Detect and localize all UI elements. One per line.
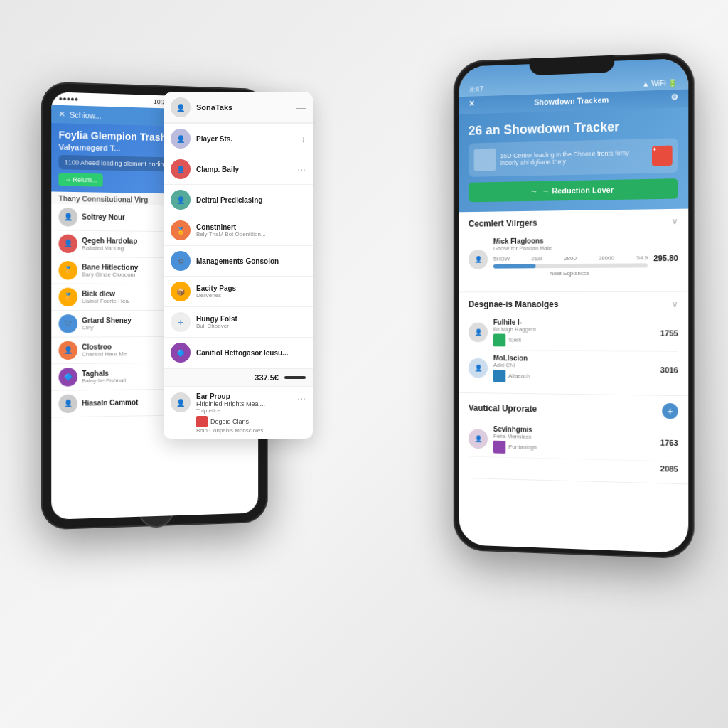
progress-caption: Neet Eqplancce (493, 269, 648, 277)
dropdown-item[interactable]: 📦 Eacity Pags Deliveries (164, 277, 313, 307)
team-badge-icon (196, 416, 208, 427)
dropdown-footer: 337.5€ (164, 368, 313, 386)
dropdown-bottom-sub1: Flriginied Hrights Meal... (196, 400, 291, 407)
right-row-value: 1755 (660, 328, 678, 337)
right-avatar: 👤 (469, 250, 488, 269)
dropdown-top-item[interactable]: 👤 SonaTaks — (164, 92, 313, 124)
dropdown-action-icon[interactable]: ↓ (301, 133, 306, 144)
right-settings-icon[interactable]: ⚙ (671, 92, 678, 102)
dropdown-bottom-sub2-row: Degeid Clans (196, 416, 291, 427)
avatar: 🛡 (58, 314, 77, 333)
dropdown-info: Canifiol Hettogasor leusu... (196, 349, 306, 357)
avatar: 🔷 (58, 368, 77, 387)
dropdown-info: Managements Gonsoion (196, 257, 306, 265)
right-avatar: 👤 (469, 322, 488, 342)
dropdown-avatar: 🏅 (171, 220, 191, 240)
dropdown-bottom-sub1-detail: Tulp etice (196, 407, 291, 414)
right-row-value: 3016 (660, 365, 678, 374)
dropdown-avatar: 🔷 (171, 343, 191, 363)
right-row-value: 1763 (660, 438, 678, 447)
dropdown-item[interactable]: 👤 Player Sts. ↓ (164, 124, 313, 154)
progress-labels: 5HOW21at28002800054.9 (493, 255, 648, 262)
right-phone: 8:47 ▲ WiFi 🔋 ✕ Showdown Trackem ⚙ 26 an… (454, 52, 695, 559)
dropdown-info: Constninert Bely ThaM Bot Odentition... (196, 223, 306, 237)
dropdown-info: Clamp. Baily (196, 166, 291, 173)
dropdown-item[interactable]: 🔷 Canifiol Hettogasor leusu... (164, 338, 313, 368)
left-close-icon[interactable]: ✕ (58, 109, 65, 119)
team-badge-icon (493, 370, 506, 382)
right-row-info: Sevinhgmis Felra Menniass Pontaologh (493, 425, 655, 457)
right-avatar: 👤 (469, 429, 488, 449)
dropdown-bottom[interactable]: 👤 Ear Proup Flriginied Hrights Meal... T… (164, 386, 313, 439)
right-section-3-header: Vautical Uprorate + (469, 400, 678, 419)
right-section-3: Vautical Uprorate + 👤 Sevinhgmis Felra M… (459, 392, 688, 484)
right-section-3-title: Vautical Uprorate (469, 402, 537, 413)
avatar: 🏅 (58, 261, 77, 279)
avatar: 👤 (58, 234, 77, 253)
dropdown-bottom-name: Ear Proup (196, 392, 291, 400)
progress-bar-bg (493, 263, 648, 268)
right-close-icon[interactable]: ✕ (469, 99, 475, 108)
dropdown-bottom-avatar: 👤 (171, 392, 191, 412)
right-section-1-header: Cecmlert Vilrgers ∨ (469, 216, 678, 229)
progress-bar-fill (493, 264, 536, 268)
hero-card-icon: ✦ (652, 145, 673, 166)
right-row[interactable]: 👤 MoLlscion Adlri CNI Allaeach 3016 (469, 350, 678, 388)
right-section-2: Desgnae-is Manaolges ∨ 👤 Fulhile I- Bit … (459, 291, 688, 396)
dropdown-item[interactable]: + Hungy Folst Bull Choover (164, 307, 313, 338)
chevron-down-icon[interactable]: ∨ (672, 299, 678, 309)
dropdown-item[interactable]: 👤 Clamp. Baily ··· (164, 154, 313, 185)
chevron-down-icon[interactable]: ∨ (672, 216, 678, 226)
dropdown-info: Player Sts. (196, 135, 295, 143)
dropdown-bottom-sub2-detail: Boin Conpanis Mobscloles... (196, 427, 291, 434)
team-info: Spelt (493, 333, 655, 347)
dropdown-avatar: 👤 (171, 159, 191, 179)
right-hero-button[interactable]: → → Reduction Lover (469, 178, 678, 202)
dropdown-footer-bar (284, 376, 306, 379)
right-row-info: MoLlscion Adlri CNI Allaeach (493, 354, 655, 384)
progress-section: 5HOW21at28002800054.9 Neet Eqplancce (493, 250, 648, 281)
hero-card-badge (474, 148, 496, 171)
right-avatar: 👤 (469, 358, 488, 378)
right-screen: 8:47 ▲ WiFi 🔋 ✕ Showdown Trackem ⚙ 26 an… (459, 58, 688, 553)
arrow-right-icon: → (530, 186, 538, 195)
right-row[interactable]: 👤 Fulhile I- Bit Migh Raggent Spelt 1755 (469, 314, 678, 351)
right-hero: 26 an Showdown Tracker 16D Center loadin… (459, 107, 688, 212)
avatar: 👤 (58, 394, 77, 413)
scene: ●●●●● 10:24 1% ✕ Schiow... Foylia Glempi… (0, 0, 728, 728)
dropdown-avatar: 👤 (171, 190, 191, 210)
right-hero-title: 26 an Showdown Tracker (469, 118, 678, 139)
right-row[interactable]: 👤 Sevinhgmis Felra Menniass Pontaologh 1… (469, 421, 678, 461)
dropdown-avatar: + (171, 312, 191, 332)
left-header-title: Schiow... (70, 110, 102, 119)
dropdown-item[interactable]: ⚙ Managements Gonsoion (164, 246, 313, 277)
dropdown-item[interactable]: 👤 Deltral Prediciasing (164, 185, 313, 215)
dropdown-footer-value: 337.5€ (255, 373, 279, 382)
left-hero-button[interactable]: → Relum... (58, 173, 102, 186)
dropdown-avatar: ⚙ (171, 251, 191, 271)
right-row[interactable]: 👤 Mick Flagloons Ghose for Pandan Hate 5… (469, 232, 678, 284)
dropdown-action-icon[interactable]: ··· (297, 164, 306, 175)
right-section-2-header: Desgnae-is Manaolges ∨ (469, 299, 678, 309)
dropdown-top-avatar: 👤 (171, 97, 191, 117)
dropdown-top-action[interactable]: — (296, 102, 306, 113)
right-row-value: 295.80 (653, 253, 678, 262)
right-row-info: Mick Flagloons Ghose for Pandan Hate 5HO… (493, 235, 648, 281)
avatar: 👤 (58, 341, 77, 360)
right-hero-card: 16D Center loading in the Choose fronts … (469, 138, 678, 177)
team-badge-icon (493, 333, 506, 346)
right-section-1: Cecmlert Vilrgers ∨ 👤 Mick Flagloons Gho… (459, 208, 688, 292)
dropdown-avatar: 👤 (171, 129, 191, 149)
right-row-info: Fulhile I- Bit Migh Raggent Spelt (493, 318, 655, 347)
right-header-title: Showdown Trackem (534, 95, 609, 106)
dropdown-top-name: SonaTaks (196, 103, 290, 112)
team-badge-icon (493, 440, 506, 453)
left-signal: ●●●●● (58, 95, 78, 103)
dropdown-item[interactable]: 🏅 Constninert Bely ThaM Bot Odentition..… (164, 215, 313, 246)
dropdown-info: Hungy Folst Bull Choover (196, 315, 306, 329)
team-info: Allaeach (493, 370, 655, 384)
right-section-1-title: Cecmlert Vilrgers (469, 218, 537, 228)
dropdown-bottom-action[interactable]: ··· (297, 392, 306, 404)
dropdown-overlay: 👤 SonaTaks — 👤 Player Sts. ↓ 👤 Clamp. Ba… (164, 92, 313, 439)
add-button[interactable]: + (662, 402, 678, 419)
